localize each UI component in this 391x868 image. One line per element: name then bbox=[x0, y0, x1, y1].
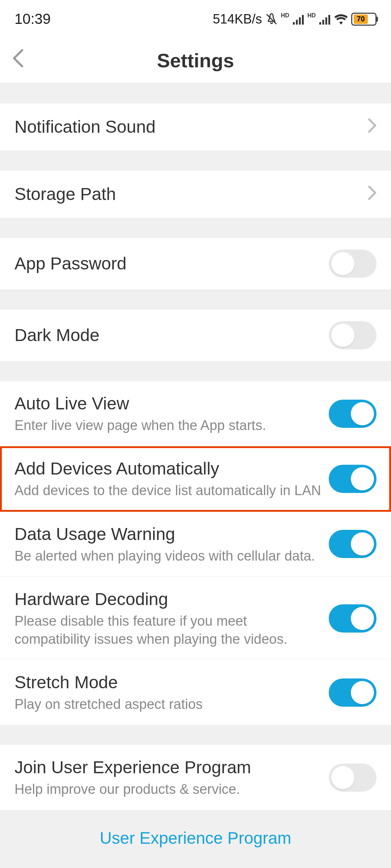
stretch-mode-toggle[interactable] bbox=[329, 678, 377, 707]
row-text: Hardware Decoding Please disable this fe… bbox=[14, 588, 329, 648]
row-subtitle: Play on stretched aspect ratios bbox=[14, 695, 321, 713]
row-text: Add Devices Automatically Add devices to… bbox=[14, 458, 329, 499]
hd-label-2: HD bbox=[307, 12, 316, 19]
add-devices-toggle[interactable] bbox=[329, 465, 377, 493]
row-text: Dark Mode bbox=[14, 324, 329, 346]
row-text: Auto Live View Enter live view page when… bbox=[14, 393, 329, 434]
section-gap bbox=[0, 361, 391, 381]
row-subtitle: Be alerted when playing videos with cell… bbox=[14, 547, 321, 565]
app-password-row: App Password bbox=[0, 238, 391, 289]
wifi-icon bbox=[334, 13, 348, 25]
app-password-toggle[interactable] bbox=[329, 250, 377, 278]
hardware-decoding-toggle[interactable] bbox=[329, 604, 377, 633]
mute-icon bbox=[265, 13, 278, 26]
section-gap bbox=[0, 83, 391, 103]
battery-icon: 70 bbox=[351, 13, 377, 26]
row-subtitle: Enter live view page when the App starts… bbox=[14, 417, 321, 434]
data-usage-toggle[interactable] bbox=[329, 530, 377, 558]
row-text: Storage Path bbox=[14, 183, 368, 205]
join-uep-row: Join User Experience Program Help improv… bbox=[0, 745, 391, 810]
section-gap bbox=[0, 725, 391, 745]
row-subtitle: Help improve our products & service. bbox=[14, 780, 321, 798]
page-title: Settings bbox=[157, 49, 234, 72]
row-title: Auto Live View bbox=[14, 393, 321, 414]
section-gap bbox=[0, 218, 391, 238]
row-title: Storage Path bbox=[14, 183, 361, 205]
row-title: Data Usage Warning bbox=[14, 523, 321, 545]
stretch-mode-row: Stretch Mode Play on stretched aspect ra… bbox=[0, 660, 391, 725]
hd-label-1: HD bbox=[281, 12, 289, 19]
row-title: Join User Experience Program bbox=[14, 757, 321, 778]
section-gap bbox=[0, 150, 391, 171]
row-subtitle: Add devices to the device list automatic… bbox=[14, 482, 321, 499]
chevron-right-icon bbox=[368, 116, 377, 137]
storage-path-row[interactable]: Storage Path bbox=[0, 171, 391, 218]
net-speed: 514KB/s bbox=[213, 12, 262, 27]
battery-level: 70 bbox=[354, 14, 368, 24]
status-time: 10:39 bbox=[14, 11, 51, 27]
row-title: Notification Sound bbox=[14, 116, 361, 138]
chevron-right-icon bbox=[368, 184, 377, 205]
auto-live-view-toggle[interactable] bbox=[329, 400, 377, 428]
row-text: Data Usage Warning Be alerted when playi… bbox=[14, 523, 329, 565]
data-usage-warning-row: Data Usage Warning Be alerted when playi… bbox=[0, 512, 391, 577]
row-title: Hardware Decoding bbox=[14, 588, 321, 610]
row-text: Notification Sound bbox=[14, 116, 368, 138]
notification-sound-row[interactable]: Notification Sound bbox=[0, 103, 391, 150]
section-gap bbox=[0, 289, 391, 310]
header: Settings bbox=[0, 38, 391, 83]
hardware-decoding-row: Hardware Decoding Please disable this fe… bbox=[0, 577, 391, 660]
row-title: Stretch Mode bbox=[14, 672, 321, 693]
add-devices-automatically-row: Add Devices Automatically Add devices to… bbox=[0, 446, 391, 511]
footer-link-row: User Experience Program bbox=[0, 810, 391, 859]
dark-mode-row: Dark Mode bbox=[0, 310, 391, 361]
row-title: Dark Mode bbox=[14, 324, 321, 346]
join-uep-toggle[interactable] bbox=[329, 763, 377, 792]
row-title: App Password bbox=[14, 253, 321, 275]
row-title: Add Devices Automatically bbox=[14, 458, 321, 480]
row-text: Stretch Mode Play on stretched aspect ra… bbox=[14, 672, 329, 713]
signal-icon-1 bbox=[292, 14, 304, 25]
row-text: Join User Experience Program Help improv… bbox=[14, 757, 329, 798]
auto-live-view-row: Auto Live View Enter live view page when… bbox=[0, 381, 391, 446]
signal-icon-2 bbox=[319, 14, 331, 25]
status-right: 514KB/s HD HD 70 bbox=[213, 12, 377, 27]
status-bar: 10:39 514KB/s HD HD 70 bbox=[0, 0, 391, 38]
dark-mode-toggle[interactable] bbox=[329, 321, 377, 349]
svg-line-0 bbox=[266, 14, 276, 24]
row-text: App Password bbox=[14, 253, 329, 275]
back-button[interactable] bbox=[13, 49, 24, 72]
row-subtitle: Please disable this feature if you meet … bbox=[14, 612, 321, 648]
user-experience-program-link[interactable]: User Experience Program bbox=[100, 829, 291, 847]
